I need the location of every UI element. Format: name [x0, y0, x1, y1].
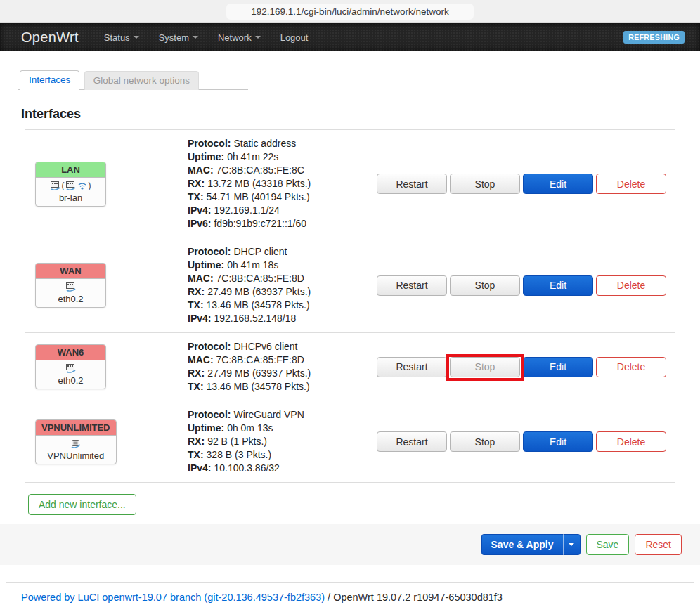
zone-card-wan: WAN eth0.2 [35, 263, 106, 308]
device-name: VPNUnlimited [40, 450, 112, 461]
interface-row-wan6: WAN6 eth0.2 Protocol:DHCPv6 client MAC:7… [25, 333, 675, 401]
interface-row-vpnunlimited: VPNUNLIMITED VPNUnlimited Protocol:WireG… [25, 401, 675, 483]
top-navbar: OpenWrt Status System Network Logout REF… [0, 23, 700, 51]
chevron-down-icon [255, 36, 261, 41]
ethernet-icon [66, 364, 76, 373]
zone-name: LAN [36, 162, 105, 178]
lan-stop-button[interactable]: Stop [450, 174, 520, 194]
ethernet-icon [51, 181, 60, 190]
zone-card-vpnunlimited: VPNUNLIMITED VPNUnlimited [35, 419, 117, 464]
interface-details: Protocol:WireGuard VPN Uptime:0h 0m 13s … [188, 408, 377, 475]
interface-details: Protocol:DHCP client Uptime:0h 41m 18s M… [188, 245, 377, 325]
footer: Powered by LuCI openwrt-19.07 branch (gi… [21, 592, 700, 603]
lan-delete-button[interactable]: Delete [596, 174, 666, 194]
wan6-restart-button[interactable]: Restart [377, 357, 447, 377]
wan-delete-button[interactable]: Delete [596, 275, 666, 296]
vpnunlimited-edit-button[interactable]: Edit [523, 431, 593, 452]
openwrt-brand[interactable]: OpenWrt [21, 30, 79, 46]
browser-url-bar: 192.169.1.1/cgi-bin/luci/admin/network/n… [0, 0, 700, 23]
vpnunlimited-stop-button[interactable]: Stop [450, 431, 520, 452]
save-apply-dropdown-button[interactable] [563, 534, 581, 555]
page-title: Interfaces [21, 107, 682, 122]
lan-edit-button[interactable]: Edit [523, 174, 593, 194]
ethernet-icon [66, 181, 76, 190]
zone-name: WAN6 [36, 345, 105, 360]
zone-name: WAN [36, 264, 105, 279]
nav-item-logout[interactable]: Logout [280, 32, 309, 43]
nav-item-network[interactable]: Network [218, 32, 261, 43]
zone-name: VPNUNLIMITED [36, 420, 116, 436]
bridge-close-paren: ) [89, 181, 91, 190]
tunnel-icon [71, 439, 81, 448]
action-bar: Save & Apply Save Reset [0, 524, 700, 565]
address-bar[interactable]: 192.169.1.1/cgi-bin/luci/admin/network/n… [226, 4, 474, 20]
save-apply-split-button: Save & Apply [481, 534, 581, 555]
add-new-interface-button[interactable]: Add new interface... [28, 494, 136, 515]
device-name: eth0.2 [40, 294, 101, 304]
save-apply-button[interactable]: Save & Apply [481, 534, 563, 555]
wan-stop-button[interactable]: Stop [450, 275, 520, 296]
vpnunlimited-delete-button[interactable]: Delete [596, 431, 666, 452]
refreshing-status-badge: REFRESHING [623, 31, 685, 44]
chevron-down-icon [193, 36, 198, 41]
wan-edit-button[interactable]: Edit [523, 275, 593, 296]
device-name: eth0.2 [40, 375, 101, 386]
tab-interfaces[interactable]: Interfaces [20, 70, 79, 90]
interface-details: Protocol:Static address Uptime:0h 41m 22… [188, 137, 377, 230]
wan6-delete-button[interactable]: Delete [596, 357, 666, 377]
chevron-down-icon [569, 543, 574, 549]
nav-item-status[interactable]: Status [104, 32, 139, 43]
wifi-icon [77, 181, 87, 190]
wan6-edit-button[interactable]: Edit [523, 357, 593, 377]
interface-row-wan: WAN eth0.2 Protocol:DHCP client Uptime:0… [25, 238, 675, 333]
bridge-open-paren: ( [62, 181, 65, 190]
url-text: 192.169.1.1/cgi-bin/luci/admin/network/n… [251, 6, 448, 17]
ethernet-icon [66, 282, 76, 292]
lan-restart-button[interactable]: Restart [377, 174, 447, 194]
save-button[interactable]: Save [586, 534, 630, 555]
tab-global-network-options[interactable]: Global network options [84, 71, 199, 90]
wan-restart-button[interactable]: Restart [377, 275, 447, 296]
nav-item-system[interactable]: System [159, 32, 198, 43]
device-name: br-lan [40, 193, 101, 203]
divider [6, 582, 694, 583]
zone-card-lan: LAN ( ) br-lan [35, 162, 106, 207]
reset-button[interactable]: Reset [635, 534, 682, 555]
interface-details: Protocol:DHCPv6 client MAC:7C:8B:CA:85:F… [188, 340, 377, 393]
interface-row-lan: LAN ( ) br-lan Protocol:Static address U… [25, 130, 675, 238]
footer-version-text: / OpenWrt 19.07.2 r10947-65030d81f3 [325, 592, 503, 603]
vpnunlimited-restart-button[interactable]: Restart [377, 431, 447, 452]
tab-bar: Interfaces Global network options [18, 70, 248, 90]
zone-card-wan6: WAN6 eth0.2 [35, 344, 106, 389]
wan6-stop-button[interactable]: Stop [450, 357, 520, 377]
luci-footer-link[interactable]: Powered by LuCI openwrt-19.07 branch (gi… [21, 592, 325, 603]
chevron-down-icon [134, 36, 139, 41]
